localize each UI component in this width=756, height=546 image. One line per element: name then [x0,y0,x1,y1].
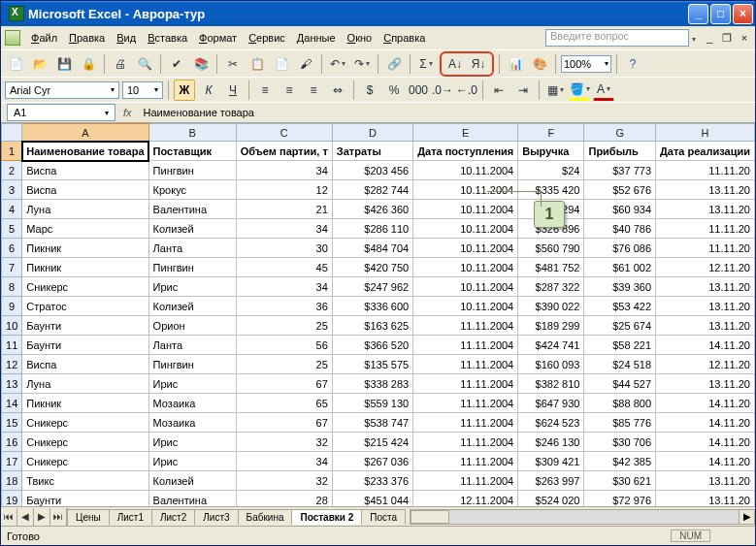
cell[interactable]: Виспа [22,180,148,200]
cell[interactable]: Баунти [22,491,148,507]
minimize-button[interactable]: _ [688,4,708,24]
cell[interactable]: $39 360 [584,277,656,297]
sheet-tab-4[interactable]: Бабкина [238,509,293,525]
cell[interactable]: Пикник [22,239,148,258]
cell[interactable]: 13.11.20 [656,277,755,297]
cell[interactable]: $481 752 [518,258,584,277]
cell[interactable]: 11.11.2004 [413,374,518,394]
cell[interactable]: 14.11.20 [656,336,755,355]
cell[interactable]: $624 523 [518,413,584,433]
cell[interactable]: Пикник [22,258,148,277]
row-header-5[interactable]: 5 [2,219,22,239]
new-button[interactable]: 📄 [5,53,26,75]
cell[interactable]: $88 800 [584,394,656,413]
cell[interactable]: 13.11.20 [656,297,755,316]
header-cell[interactable]: Прибыль [584,142,656,161]
cell[interactable]: $647 930 [518,394,584,413]
cell[interactable]: Ирис [148,452,236,471]
col-header-D[interactable]: D [332,124,412,142]
menu-формат[interactable]: Формат [193,29,243,47]
sort-ascending-button[interactable]: А↓ [444,53,466,75]
cell[interactable]: 11.11.20 [656,239,755,258]
cell[interactable]: $287 322 [518,277,584,297]
decrease-indent-button[interactable]: ⇤ [488,80,509,101]
cell[interactable]: Баунти [22,316,148,336]
row-header-8[interactable]: 8 [2,277,22,297]
print-button[interactable]: 🖨 [110,53,131,75]
cell[interactable]: $85 776 [584,413,656,433]
menu-вид[interactable]: Вид [111,29,142,47]
cell[interactable]: $37 773 [584,161,656,180]
cell[interactable]: $267 036 [332,452,412,471]
menu-окно[interactable]: Окно [342,29,378,47]
cell[interactable]: $560 790 [518,239,584,258]
chart-wizard-button[interactable]: 📊 [505,53,526,75]
scroll-right-button[interactable]: ▶ [739,510,754,524]
cell[interactable]: $336 600 [332,297,412,316]
cell[interactable]: $309 421 [518,452,584,471]
cell[interactable]: $247 962 [332,277,412,297]
cell[interactable]: $286 110 [332,219,412,239]
sheet-tab-0[interactable]: Цены [67,509,110,525]
menu-правка[interactable]: Правка [63,29,111,47]
cell[interactable]: $263 997 [518,471,584,491]
cell[interactable]: Сникерс [22,433,148,452]
cell[interactable]: Луна [22,200,148,219]
comma-button[interactable]: 000 [408,80,429,101]
paste-button[interactable]: 📄 [271,53,292,75]
cell[interactable]: $366 520 [332,336,412,355]
cell[interactable]: 11.11.2004 [413,452,518,471]
cell[interactable]: 11.11.2004 [413,336,518,355]
cell[interactable]: $424 741 [518,336,584,355]
cell[interactable]: 13.11.20 [656,491,755,507]
spelling-button[interactable]: ✔ [166,53,187,75]
cell[interactable]: $559 130 [332,394,412,413]
sheet-tab-5[interactable]: Поставки 2 [291,509,362,525]
sheet-tab-1[interactable]: Лист1 [109,509,152,525]
cell[interactable]: Сникерс [22,413,148,433]
cell[interactable]: Крокус [148,180,236,200]
cell[interactable]: Орион [148,316,236,336]
col-header-C[interactable]: C [236,124,332,142]
cell[interactable]: Колизей [148,471,236,491]
cell[interactable]: 21 [236,200,332,219]
cell[interactable]: 13.11.20 [656,374,755,394]
cell[interactable]: $382 810 [518,374,584,394]
cell[interactable]: 14.11.20 [656,413,755,433]
ask-question-dropdown[interactable] [690,32,696,44]
header-cell[interactable]: Выручка [518,142,584,161]
cell[interactable]: 12.11.20 [656,258,755,277]
cell[interactable]: 14.11.20 [656,433,755,452]
font-name-combo[interactable]: Arial Cyr▾ [5,81,119,99]
cell[interactable]: Виспа [22,355,148,374]
cell[interactable]: 13.11.20 [656,200,755,219]
row-header-6[interactable]: 6 [2,239,22,258]
cell[interactable]: 36 [236,297,332,316]
copy-button[interactable]: 📋 [247,53,268,75]
format-painter-button[interactable]: 🖌 [295,53,316,75]
cell[interactable]: $53 422 [584,297,656,316]
cell[interactable]: 25 [236,316,332,336]
cell[interactable]: 11.11.20 [656,161,755,180]
maximize-button[interactable]: □ [710,4,731,24]
row-header-17[interactable]: 17 [2,452,22,471]
borders-button[interactable]: ▦ [544,80,566,101]
cell[interactable]: Марс [22,219,148,239]
cut-button[interactable]: ✂ [222,53,244,75]
header-cell[interactable]: Объем партии, т [236,142,332,161]
cell[interactable]: 30 [236,239,332,258]
tab-last-button[interactable]: ⏭ [50,508,67,526]
cell[interactable]: $420 750 [332,258,412,277]
cell[interactable]: Ирис [148,433,236,452]
cell[interactable]: 11.11.2004 [413,413,518,433]
row-header-7[interactable]: 7 [2,258,22,277]
sheet-tab-6[interactable]: Поста [361,509,406,525]
close-button[interactable]: × [733,4,753,24]
align-left-button[interactable]: ≡ [254,80,276,101]
menu-данные[interactable]: Данные [291,29,342,47]
decrease-decimal-button[interactable]: ←.0 [456,80,477,101]
cell[interactable]: Твикс [22,471,148,491]
cell[interactable]: 11.11.20 [656,219,755,239]
percent-button[interactable]: % [383,80,405,101]
col-header-G[interactable]: G [584,124,656,142]
